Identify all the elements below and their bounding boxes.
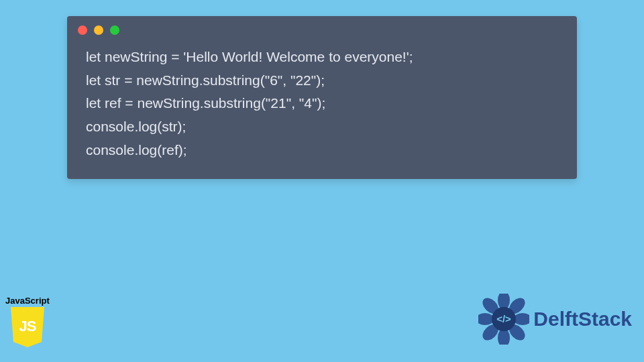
javascript-badge: JavaScript JS: [5, 296, 50, 347]
close-icon[interactable]: [78, 25, 87, 35]
code-glyph-icon: </>: [496, 313, 511, 324]
code-line: console.log(ref);: [86, 139, 558, 162]
minimize-icon[interactable]: [94, 25, 103, 35]
code-line: console.log(str);: [86, 115, 558, 139]
code-window: let newString = 'Hello World! Welcome to…: [67, 16, 577, 179]
maximize-icon[interactable]: [110, 25, 119, 35]
javascript-label: JavaScript: [5, 296, 50, 306]
code-line: let str = newString.substring("6", "22")…: [86, 69, 558, 93]
code-line: let newString = 'Hello World! Welcome to…: [86, 46, 558, 69]
javascript-monogram: JS: [19, 318, 36, 335]
delftstack-emblem-icon: </>: [478, 294, 529, 345]
window-titlebar: [67, 16, 577, 40]
javascript-shield-icon: JS: [9, 307, 46, 347]
code-body: let newString = 'Hello World! Welcome to…: [67, 40, 577, 179]
brand-logo: </> DelftStack: [478, 294, 632, 345]
code-line: let ref = newString.substring("21", "4")…: [86, 92, 558, 115]
brand-name: DelftStack: [533, 308, 632, 330]
